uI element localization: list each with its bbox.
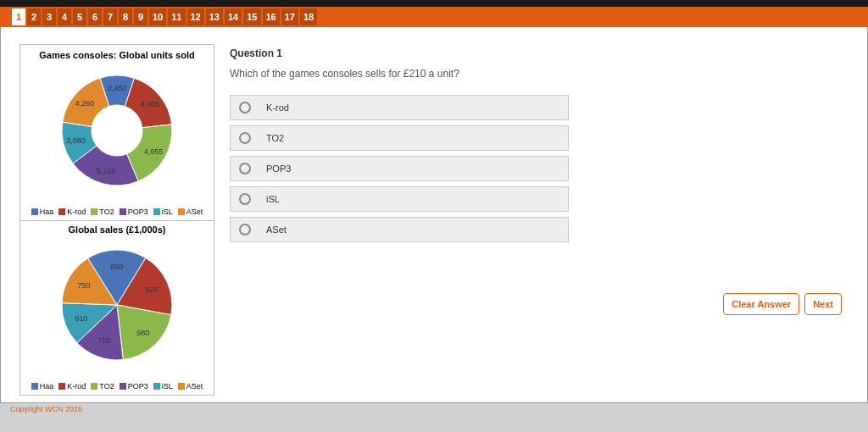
svg-text:610: 610 — [75, 314, 87, 323]
copyright-text: Copyright WCN 2016 — [0, 403, 868, 413]
radio-icon — [239, 102, 251, 114]
svg-text:850: 850 — [110, 263, 123, 271]
question-tab-4[interactable]: 4 — [58, 8, 71, 25]
svg-text:980: 980 — [136, 329, 149, 337]
question-tab-1[interactable]: 1 — [12, 8, 25, 25]
svg-text:4,260: 4,260 — [75, 99, 95, 108]
answer-option-3[interactable]: iSL — [230, 186, 569, 212]
pie-chart-sales: 850925980710610750 — [28, 236, 206, 380]
svg-text:710: 710 — [97, 336, 110, 345]
answer-label: K-rod — [266, 102, 289, 113]
answer-label: iSL — [266, 194, 280, 204]
question-tab-9[interactable]: 9 — [134, 8, 147, 25]
svg-text:925: 925 — [146, 285, 159, 294]
question-tab-5[interactable]: 5 — [73, 8, 86, 25]
question-heading: Question 1 — [230, 47, 849, 59]
radio-icon — [239, 224, 251, 235]
next-button[interactable]: Next — [804, 293, 842, 315]
answer-label: POP3 — [266, 163, 291, 174]
question-tab-11[interactable]: 11 — [168, 8, 185, 25]
answer-option-0[interactable]: K-rod — [230, 95, 569, 120]
question-tab-16[interactable]: 16 — [263, 8, 280, 25]
radio-icon — [239, 193, 251, 205]
question-tab-14[interactable]: 14 — [225, 8, 242, 25]
question-tab-2[interactable]: 2 — [27, 8, 41, 25]
answer-label: TO2 — [266, 133, 284, 143]
question-tab-18[interactable]: 18 — [300, 8, 317, 25]
question-tab-10[interactable]: 10 — [149, 8, 166, 25]
svg-text:2,450: 2,450 — [108, 84, 127, 92]
clear-answer-button[interactable]: Clear Answer — [723, 293, 799, 315]
svg-text:4,955: 4,955 — [144, 147, 164, 156]
chart-title-1: Games consoles: Global units sold — [24, 50, 210, 60]
answer-option-4[interactable]: ASet — [230, 217, 569, 242]
radio-icon — [239, 132, 251, 144]
question-tab-6[interactable]: 6 — [88, 8, 102, 25]
svg-text:750: 750 — [78, 281, 91, 290]
svg-text:3,080: 3,080 — [66, 136, 86, 145]
question-tab-13[interactable]: 13 — [206, 8, 223, 25]
radio-icon — [239, 163, 251, 174]
chart-panel: Games consoles: Global units sold 2,4504… — [19, 44, 214, 396]
question-tab-8[interactable]: 8 — [119, 8, 132, 25]
svg-text:5,110: 5,110 — [97, 167, 116, 175]
question-tab-7[interactable]: 7 — [103, 8, 117, 25]
question-tab-15[interactable]: 15 — [243, 8, 260, 25]
question-tab-bar: 123456789101112131415161718 — [0, 7, 868, 27]
answers-list: K-rodTO2POP3iSLASet — [230, 95, 569, 242]
answer-label: ASet — [266, 224, 287, 235]
chart-legend-2: HaaK-rodTO2POP3iSLASet — [24, 382, 210, 391]
donut-chart-units: 2,4504,4054,9555,1103,0804,260 — [28, 62, 206, 206]
svg-text:4,405: 4,405 — [141, 100, 160, 108]
chart-legend-1: HaaK-rodTO2POP3iSLASet — [24, 208, 210, 217]
answer-option-2[interactable]: POP3 — [230, 156, 569, 181]
question-tab-17[interactable]: 17 — [281, 8, 298, 25]
answer-option-1[interactable]: TO2 — [230, 125, 569, 151]
chart-title-2: Global sales (£1,000s) — [24, 224, 210, 235]
question-tab-3[interactable]: 3 — [42, 8, 56, 25]
question-text: Which of the games consoles sells for £2… — [230, 68, 849, 80]
question-tab-12[interactable]: 12 — [187, 8, 204, 25]
